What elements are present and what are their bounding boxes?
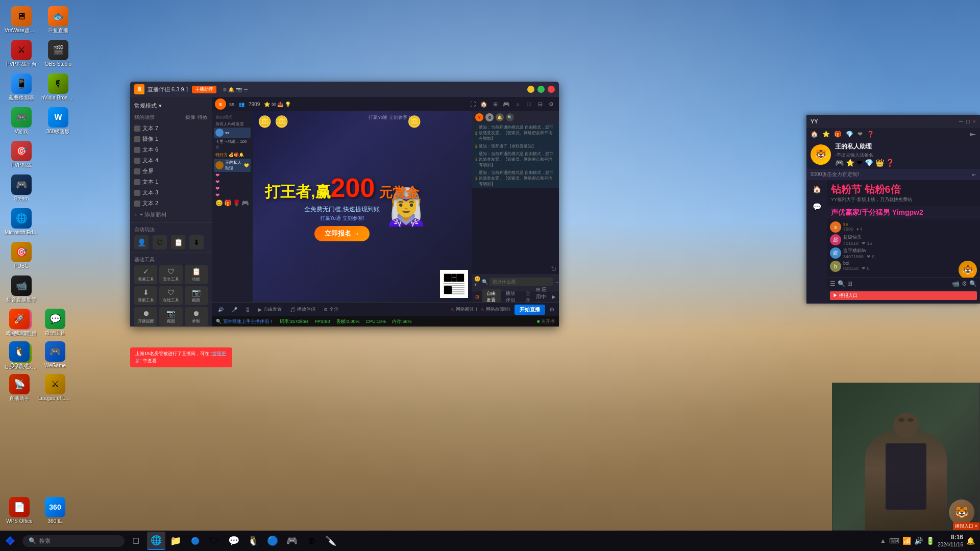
tool-danmu[interactable]: ✓ 弹幕工具 [134, 265, 157, 284]
fullscreen-icon[interactable]: ⛶ [468, 99, 477, 109]
register-button[interactable]: 立即报名 → [314, 226, 370, 241]
close-button[interactable]: × [548, 86, 555, 93]
yy-diamond-icon[interactable]: 💎 [846, 131, 853, 138]
yy-list-icon[interactable]: ☰ [830, 280, 836, 287]
taskbar-game[interactable]: 🎮 [283, 532, 301, 550]
taskbar-wechat[interactable]: 💬 [225, 532, 243, 550]
desktop-icon-steam[interactable]: 🎮 Steam [4, 172, 39, 204]
tray-internet[interactable]: 📶 [902, 537, 911, 545]
chat-src-icon-1[interactable]: Y [475, 113, 483, 121]
yy-join-btn[interactable]: ▶ 播报入口 [830, 291, 977, 300]
tray-battery[interactable]: 🔋 [926, 537, 935, 545]
yy-expand-icon[interactable]: ⇤ [970, 130, 976, 138]
yy-star-icon[interactable]: ⭐ [822, 131, 830, 138]
all-btn[interactable]: ⚙ 全含 [322, 305, 340, 314]
yy-question-icon[interactable]: ❓ [867, 131, 874, 138]
desktop-icon-nvidia[interactable]: 🎙 nVidia Broadcast [41, 71, 76, 103]
yy-minimize[interactable]: ─ [959, 118, 963, 124]
desktop-icon-douyu[interactable]: 🐟 斗鱼直播 [41, 4, 76, 36]
desktop-icon-qq[interactable]: 🐧 QQ游戏 [2, 339, 37, 371]
yy-sidebar-chat[interactable]: 💬 [810, 199, 824, 214]
yy-sort-icon[interactable]: ⊞ [847, 280, 852, 287]
broadcast-entry-btn[interactable]: 播报入口 × [953, 522, 979, 530]
emoji-toggle[interactable]: 😊▾ [474, 276, 480, 287]
game-icon[interactable]: 🎮 [502, 99, 511, 109]
taskbar-360-2[interactable]: 🔵 [263, 532, 282, 550]
source-item-0[interactable]: ss [214, 128, 251, 138]
tool-record[interactable]: ⏺ 开播提醒 [134, 307, 157, 326]
desktop-icon-bluestacks[interactable]: 📱 蓝叠模拟器 [4, 71, 39, 103]
layout-split[interactable]: ⊟ [535, 99, 545, 109]
taskbar-search[interactable]: 🔍 搜索 [22, 535, 125, 547]
desktop-icon-speedfire[interactable]: 🚀 驱动火箭 [2, 307, 37, 338]
apps-icon[interactable]: ▶ [552, 294, 556, 299]
scene-item-2[interactable]: 文本 6 [130, 144, 212, 155]
auto-play-icon-4[interactable]: ⬇ [189, 235, 204, 249]
auto-play-icon-3[interactable]: 📋 [171, 235, 185, 249]
playback-companion-btn[interactable]: 🎵 播放伴侣 [288, 305, 317, 314]
desktop-icon-pvp[interactable]: ⚔ PVP对战平台 [4, 38, 39, 69]
free-publish-btn[interactable]: ▶ 自由发置 [256, 305, 284, 314]
yy-close[interactable]: × [973, 118, 976, 124]
chat-text-input[interactable] [489, 278, 553, 286]
yy-expand-fans[interactable]: ⇤ [972, 172, 976, 178]
auto-play-icon-2[interactable]: 🛡 [153, 235, 167, 249]
minimize-button[interactable]: − [527, 86, 534, 93]
desktop-icon-lol[interactable]: ⚔ League of Legends [38, 372, 72, 404]
yy-home-icon[interactable]: 🏠 [811, 131, 818, 138]
desktop-icon-pubg[interactable]: 🎯 PUBG [4, 240, 39, 271]
tool-capture[interactable]: 📷 截图 [159, 307, 182, 326]
desktop-icon-zhibodr[interactable]: 📡 直播助手 [2, 372, 37, 404]
audio-mixer-btn[interactable]: 🎛 [243, 306, 252, 313]
taskbar-crosshair[interactable]: ⊕ [302, 532, 321, 550]
taskbar-clock[interactable]: 8:16 2024/11/16 [938, 534, 963, 548]
tray-arrow[interactable]: ▲ [880, 537, 886, 544]
desktop-icon-douyin[interactable]: 📹 抖音直播助手 [4, 273, 39, 305]
yy-gift-icon[interactable]: 🎁 [834, 131, 842, 138]
chat-src-icon-2[interactable]: ⚙ [485, 113, 494, 121]
home-icon[interactable]: 🏠 [479, 99, 488, 109]
scene-item-5[interactable]: 文本 1 [130, 177, 212, 187]
scene-item-4[interactable]: 全屏 [130, 166, 212, 177]
yy-heart-icon[interactable]: ❤ [857, 131, 863, 138]
yy-video-icon[interactable]: 📹 [952, 280, 960, 287]
desktop-icon-edge[interactable]: 🌐 Microsoft Edge [4, 206, 39, 238]
scene-item-1[interactable]: 摄像 1 [130, 134, 212, 144]
anchor-btn[interactable]: 主播助理 [192, 86, 216, 93]
scene-item-0[interactable]: 文本 7 [130, 123, 212, 134]
notification-center[interactable]: 🔔 [966, 537, 975, 545]
chat-search-toggle[interactable]: 🔍 [482, 279, 488, 285]
yy-restore[interactable]: □ [966, 118, 970, 124]
taskview-button[interactable]: ❑ [127, 532, 145, 550]
start-stream-button[interactable]: 开始直播 [514, 305, 545, 315]
taskbar-edge[interactable]: 🌐 [147, 532, 165, 550]
tool-online[interactable]: 🛡 在线工具 [159, 286, 182, 305]
scene-item-6[interactable]: 文本 3 [130, 187, 212, 198]
source-item-assistant[interactable]: 王的私人助理 💛 [214, 159, 251, 172]
chat-send-icon[interactable]: → [554, 279, 559, 285]
tool-safety[interactable]: 🛡 安全工具 [159, 265, 182, 284]
scene-item-7[interactable]: 文本 2 [130, 198, 212, 209]
settings-ctrl[interactable]: ⚙ [547, 99, 556, 109]
chat-src-icon-3[interactable]: 🔔 [496, 113, 504, 121]
tool-popup[interactable]: ⬇ 弹窗工具 [134, 286, 157, 305]
audio-settings-btn[interactable]: 🔊 [216, 306, 226, 313]
desktop-icon-pvp2[interactable]: 🎯 PVP对战 [4, 139, 39, 170]
mic-settings-btn[interactable]: 🎤 [230, 306, 239, 313]
desktop-icon-wps[interactable]: 📄 WPS Office [2, 495, 37, 527]
maximize-button[interactable]: □ [537, 86, 545, 93]
scene-item-3[interactable]: 文本 4 [130, 155, 212, 166]
grid-icon[interactable]: ⊞ [491, 99, 500, 109]
desktop-icon-wegame[interactable]: 🎮 WeGame [38, 339, 72, 371]
yy-search-icon[interactable]: 🔍 [838, 280, 845, 287]
auto-play-icon-1[interactable]: 👤 [134, 235, 149, 249]
chat-search-icon[interactable]: 🔍 [506, 113, 514, 121]
mode-selector[interactable]: 常规模式 ▾ [130, 100, 212, 112]
taskbar-qq[interactable]: 🐧 [244, 532, 262, 550]
tray-sound[interactable]: 🔊 [914, 537, 923, 545]
desktop-icon-wechat[interactable]: 💬 微信语音 [38, 307, 72, 338]
yy-settings-icon[interactable]: ⚙ [962, 280, 967, 287]
tool-func[interactable]: 📋 功能 [185, 265, 208, 284]
audio-icon[interactable]: ♪ [513, 99, 522, 109]
yy-magnify-icon[interactable]: 🔍 [969, 280, 977, 287]
